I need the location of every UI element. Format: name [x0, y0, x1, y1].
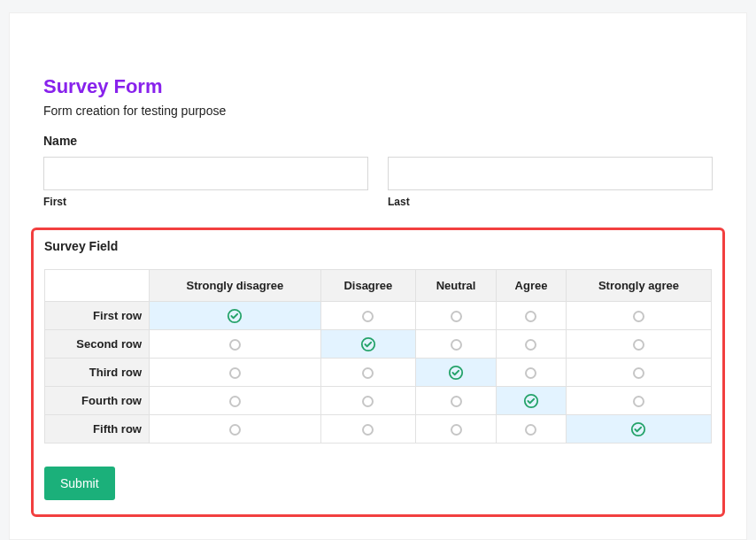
likert-row-label: Second row: [45, 330, 150, 359]
likert-row-label: First row: [45, 302, 150, 330]
likert-cell[interactable]: [415, 415, 496, 444]
name-label: Name: [43, 134, 713, 157]
radio-empty-icon[interactable]: [525, 424, 536, 436]
likert-row: Second row: [45, 330, 712, 359]
likert-header-empty: [45, 270, 150, 302]
form-page: Survey Form Form creation for testing pu…: [9, 12, 747, 540]
likert-cell[interactable]: [566, 302, 711, 330]
first-name-input[interactable]: [43, 157, 368, 190]
radio-empty-icon[interactable]: [362, 311, 374, 322]
likert-body: First rowSecond rowThird rowFourth rowFi…: [45, 302, 712, 444]
radio-empty-icon[interactable]: [229, 424, 241, 436]
submit-button[interactable]: Submit: [44, 467, 115, 500]
likert-cell[interactable]: [497, 387, 567, 415]
last-name-col: Last: [388, 157, 713, 208]
likert-cell[interactable]: [150, 302, 321, 330]
likert-col-header: Agree: [497, 270, 567, 302]
radio-empty-icon[interactable]: [362, 367, 374, 379]
first-name-col: First: [43, 157, 368, 208]
radio-empty-icon[interactable]: [525, 367, 536, 379]
likert-col-header: Neutral: [415, 270, 496, 302]
likert-col-header: Disagree: [320, 270, 415, 302]
radio-empty-icon[interactable]: [362, 424, 374, 436]
likert-cell[interactable]: [150, 359, 321, 387]
likert-cell[interactable]: [497, 330, 567, 359]
likert-cell[interactable]: [150, 415, 321, 444]
likert-row: Fifth row: [45, 415, 712, 444]
likert-cell[interactable]: [497, 302, 567, 330]
radio-empty-icon[interactable]: [451, 311, 462, 322]
radio-empty-icon[interactable]: [633, 396, 644, 407]
likert-cell[interactable]: [415, 302, 496, 330]
likert-cell[interactable]: [150, 387, 321, 415]
likert-table: Strongly disagreeDisagreeNeutralAgreeStr…: [44, 269, 712, 444]
likert-cell[interactable]: [497, 359, 567, 387]
likert-cell[interactable]: [566, 387, 711, 415]
radio-empty-icon[interactable]: [362, 396, 374, 407]
radio-empty-icon[interactable]: [525, 339, 536, 351]
radio-empty-icon[interactable]: [451, 339, 462, 351]
likert-cell[interactable]: [566, 415, 711, 444]
likert-cell[interactable]: [415, 359, 496, 387]
likert-row: First row: [45, 302, 712, 330]
likert-cell[interactable]: [320, 415, 415, 444]
checked-radio-icon[interactable]: [523, 393, 539, 409]
radio-empty-icon[interactable]: [229, 367, 241, 379]
page-description: Form creation for testing purpose: [43, 104, 713, 134]
checked-radio-icon[interactable]: [630, 421, 646, 437]
likert-cell[interactable]: [497, 415, 567, 444]
likert-cell[interactable]: [415, 387, 496, 415]
likert-row-label: Third row: [45, 359, 150, 387]
radio-empty-icon[interactable]: [525, 311, 536, 322]
likert-col-header: Strongly agree: [566, 270, 711, 302]
checked-radio-icon[interactable]: [448, 365, 464, 381]
radio-empty-icon[interactable]: [633, 311, 644, 322]
radio-empty-icon[interactable]: [229, 396, 241, 407]
likert-row-label: Fifth row: [45, 415, 150, 444]
likert-cell[interactable]: [566, 330, 711, 359]
likert-cell[interactable]: [320, 387, 415, 415]
likert-row: Fourth row: [45, 387, 712, 415]
first-name-sublabel: First: [43, 190, 368, 208]
radio-empty-icon[interactable]: [633, 367, 644, 379]
name-row: First Last: [43, 157, 713, 228]
likert-col-header: Strongly disagree: [150, 270, 321, 302]
page-title: Survey Form: [43, 22, 713, 104]
likert-cell[interactable]: [320, 330, 415, 359]
likert-cell[interactable]: [566, 359, 711, 387]
radio-empty-icon[interactable]: [229, 339, 241, 351]
checked-radio-icon[interactable]: [227, 308, 243, 324]
radio-empty-icon[interactable]: [633, 339, 644, 351]
likert-cell[interactable]: [415, 330, 496, 359]
checked-radio-icon[interactable]: [360, 336, 376, 352]
highlight-box: Survey Field Strongly disagreeDisagreeNe…: [31, 228, 725, 517]
likert-cell[interactable]: [320, 302, 415, 330]
likert-cell[interactable]: [320, 359, 415, 387]
radio-empty-icon[interactable]: [451, 424, 462, 436]
likert-row-label: Fourth row: [45, 387, 150, 415]
likert-row: Third row: [45, 359, 712, 387]
survey-label: Survey Field: [44, 239, 712, 262]
likert-cell[interactable]: [150, 330, 321, 359]
radio-empty-icon[interactable]: [451, 396, 462, 407]
likert-header-row: Strongly disagreeDisagreeNeutralAgreeStr…: [45, 270, 712, 302]
last-name-sublabel: Last: [388, 190, 713, 208]
last-name-input[interactable]: [388, 157, 713, 190]
